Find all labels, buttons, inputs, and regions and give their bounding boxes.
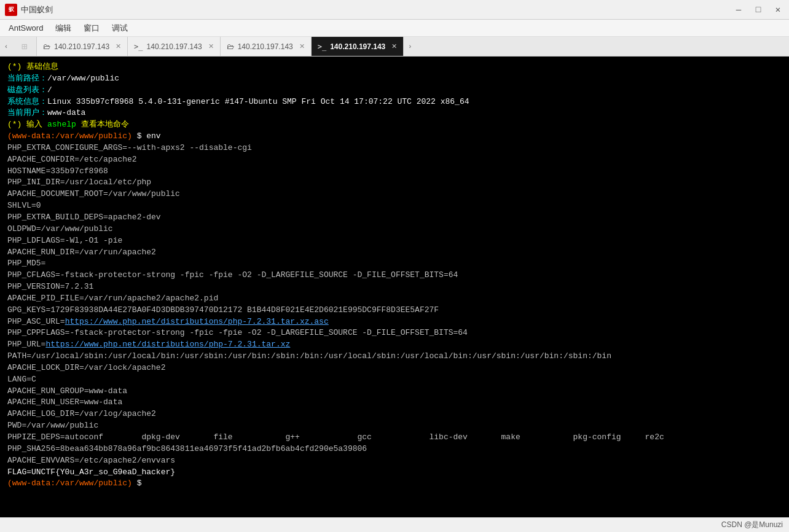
env-gpg-keys: GPG_KEYS=1729F83938DA44E27BA0F4D3DBDB397… bbox=[7, 305, 782, 316]
tab-label-3: 140.210.197.143 bbox=[238, 42, 293, 51]
tab-file-icon-2: 🗁 bbox=[227, 42, 234, 51]
env-php-url: PHP_URL=https://www.php.net/distribution… bbox=[7, 339, 782, 351]
title-bar: 蚁 中国蚁剑 — □ ✕ bbox=[0, 0, 789, 20]
env-apache-lockdir: APACHE_LOCK_DIR=/var/lock/apache2 bbox=[7, 362, 782, 374]
status-text: CSDN @是Munuzi bbox=[721, 520, 783, 530]
env-apache-confdir: APACHE_CONFDIR=/etc/apache2 bbox=[7, 154, 782, 166]
menu-antsword[interactable]: AntSword bbox=[2, 21, 49, 35]
env-apache-rundir: APACHE_RUN_DIR=/var/run/apache2 bbox=[7, 247, 782, 259]
env-php-ldflags: PHP_LDFLAGS=-Wl,-O1 -pie bbox=[7, 235, 782, 247]
window-controls: — □ ✕ bbox=[732, 4, 784, 15]
env-flag: FLAG=UNCTF{Y0u_A3r_so_G9eaD_hacker} bbox=[7, 467, 782, 479]
tab-terminal-2[interactable]: >_ 140.210.197.143 ✕ bbox=[312, 37, 404, 57]
env-apache-docroot: APACHE_DOCUMENT_ROOT=/var/www/public bbox=[7, 189, 782, 200]
env-apache-envvars: APACHE_ENVVARS=/etc/apache2/envvars bbox=[7, 455, 782, 467]
tab-file-2[interactable]: 🗁 140.210.197.143 ✕ bbox=[221, 37, 312, 57]
tab-bar: ‹ ⊞ 🗁 140.210.197.143 ✕ >_ 140.210.197.1… bbox=[0, 37, 789, 57]
env-php-sha256: PHP_SHA256=8beaa634bb878a96af9bc8643811e… bbox=[7, 444, 782, 455]
tab-terminal-icon-2: >_ bbox=[318, 42, 326, 51]
menu-edit[interactable]: 编辑 bbox=[49, 20, 77, 36]
env-apache-runuser: APACHE_RUN_USER=www-data bbox=[7, 397, 782, 409]
info-disk: 磁盘列表：/ bbox=[7, 85, 782, 96]
info-path: 当前路径：/var/www/public bbox=[7, 73, 782, 85]
env-extra-configure: PHP_EXTRA_CONFIGURE_ARGS=--with-apxs2 --… bbox=[7, 143, 782, 154]
tab-terminal-1[interactable]: >_ 140.210.197.143 ✕ bbox=[128, 37, 221, 57]
terminal-output[interactable]: (*) 基础信息 当前路径：/var/www/public 磁盘列表：/ 系统信… bbox=[0, 57, 789, 517]
env-apache-logdir: APACHE_LOG_DIR=/var/log/apache2 bbox=[7, 409, 782, 420]
menu-bar: AntSword 编辑 窗口 调试 bbox=[0, 20, 789, 37]
home-grid-icon: ⊞ bbox=[22, 41, 28, 53]
tab-label-1: 140.210.197.143 bbox=[54, 42, 109, 51]
env-lang: LANG=C bbox=[7, 374, 782, 386]
status-bar: CSDN @是Munuzi bbox=[0, 517, 789, 532]
tab-file-1[interactable]: 🗁 140.210.197.143 ✕ bbox=[37, 37, 128, 57]
tab-prev-button[interactable]: ‹ bbox=[0, 37, 12, 57]
info-user: 当前用户：www-data bbox=[7, 108, 782, 119]
tab-next-button[interactable]: › bbox=[404, 37, 416, 57]
maximize-button[interactable]: □ bbox=[752, 5, 764, 15]
app-title: 中国蚁剑 bbox=[21, 4, 732, 15]
env-php-version: PHP_VERSION=7.2.31 bbox=[7, 281, 782, 293]
tab-close-3[interactable]: ✕ bbox=[299, 42, 305, 50]
env-apache-pid: APACHE_PID_FILE=/var/run/apache2/apache2… bbox=[7, 293, 782, 305]
close-button[interactable]: ✕ bbox=[772, 4, 784, 15]
info-sysinfo: 系统信息：Linux 335b97cf8968 5.4.0-131-generi… bbox=[7, 96, 782, 108]
tab-label-4: 140.210.197.143 bbox=[330, 42, 385, 51]
app-icon: 蚁 bbox=[5, 4, 17, 16]
env-phpize-deps: PHPIZE_DEPS=autoconf dpkg-dev file g++ g… bbox=[7, 432, 782, 444]
tab-file-icon-1: 🗁 bbox=[43, 42, 50, 51]
env-shlvl: SHLVL=0 bbox=[7, 200, 782, 212]
tab-close-4[interactable]: ✕ bbox=[391, 42, 397, 50]
tab-label-2: 140.210.197.143 bbox=[147, 42, 202, 51]
env-php-cppflags: PHP_CPPFLAGS=-fstack-protector-strong -f… bbox=[7, 327, 782, 339]
minimize-button[interactable]: — bbox=[732, 5, 745, 15]
env-pwd: PWD=/var/www/public bbox=[7, 420, 782, 432]
tab-home[interactable]: ⊞ bbox=[12, 37, 37, 57]
section-help: (*) 输入 ashelp 查看本地命令 bbox=[7, 119, 782, 131]
env-hostname: HOSTNAME=335b97cf8968 bbox=[7, 166, 782, 178]
env-php-build-deps: PHP_EXTRA_BUILD_DEPS=apache2-dev bbox=[7, 212, 782, 224]
env-php-asc-url: PHP_ASC_URL=https://www.php.net/distribu… bbox=[7, 316, 782, 328]
menu-debug[interactable]: 调试 bbox=[106, 20, 134, 36]
tab-close-1[interactable]: ✕ bbox=[116, 42, 121, 50]
env-path: PATH=/usr/local/sbin:/usr/local/bin:/usr… bbox=[7, 351, 782, 362]
tab-terminal-icon-1: >_ bbox=[134, 42, 143, 51]
section-basic-info: (*) 基础信息 bbox=[7, 61, 782, 73]
env-apache-rungroup: APACHE_RUN_GROUP=www-data bbox=[7, 386, 782, 397]
tab-close-2[interactable]: ✕ bbox=[208, 42, 214, 50]
env-php-md5: PHP_MD5= bbox=[7, 258, 782, 270]
env-php-cflags: PHP_CFLAGS=-fstack-protector-strong -fpi… bbox=[7, 270, 782, 281]
env-oldpwd: OLDPWD=/var/www/public bbox=[7, 224, 782, 235]
prompt-env: (www-data:/var/www/public) $ env bbox=[7, 131, 782, 143]
prompt-end: (www-data:/var/www/public) $ bbox=[7, 478, 782, 490]
env-php-ini: PHP_INI_DIR=/usr/local/etc/php bbox=[7, 177, 782, 189]
menu-window[interactable]: 窗口 bbox=[77, 20, 106, 36]
